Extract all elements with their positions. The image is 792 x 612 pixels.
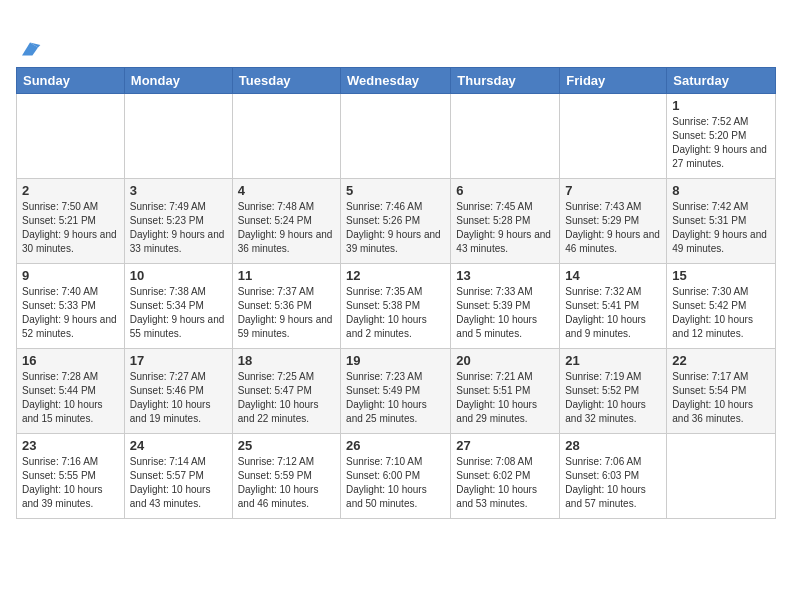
calendar-week-row: 23Sunrise: 7:16 AM Sunset: 5:55 PM Dayli… [17, 433, 776, 518]
calendar-cell: 24Sunrise: 7:14 AM Sunset: 5:57 PM Dayli… [124, 433, 232, 518]
day-number: 17 [130, 353, 227, 368]
day-info: Sunrise: 7:17 AM Sunset: 5:54 PM Dayligh… [672, 370, 770, 426]
day-number: 4 [238, 183, 335, 198]
day-info: Sunrise: 7:42 AM Sunset: 5:31 PM Dayligh… [672, 200, 770, 256]
day-info: Sunrise: 7:37 AM Sunset: 5:36 PM Dayligh… [238, 285, 335, 341]
calendar-cell: 28Sunrise: 7:06 AM Sunset: 6:03 PM Dayli… [560, 433, 667, 518]
calendar-cell: 14Sunrise: 7:32 AM Sunset: 5:41 PM Dayli… [560, 263, 667, 348]
day-info: Sunrise: 7:27 AM Sunset: 5:46 PM Dayligh… [130, 370, 227, 426]
calendar-cell: 12Sunrise: 7:35 AM Sunset: 5:38 PM Dayli… [341, 263, 451, 348]
day-info: Sunrise: 7:28 AM Sunset: 5:44 PM Dayligh… [22, 370, 119, 426]
weekday-header-wednesday: Wednesday [341, 67, 451, 93]
day-number: 5 [346, 183, 445, 198]
day-info: Sunrise: 7:30 AM Sunset: 5:42 PM Dayligh… [672, 285, 770, 341]
calendar-cell [560, 93, 667, 178]
calendar-cell: 27Sunrise: 7:08 AM Sunset: 6:02 PM Dayli… [451, 433, 560, 518]
day-number: 19 [346, 353, 445, 368]
calendar-table: SundayMondayTuesdayWednesdayThursdayFrid… [16, 67, 776, 519]
calendar-cell: 21Sunrise: 7:19 AM Sunset: 5:52 PM Dayli… [560, 348, 667, 433]
logo-text [16, 16, 44, 59]
day-number: 23 [22, 438, 119, 453]
day-number: 6 [456, 183, 554, 198]
weekday-header-sunday: Sunday [17, 67, 125, 93]
calendar-cell [451, 93, 560, 178]
calendar-cell: 13Sunrise: 7:33 AM Sunset: 5:39 PM Dayli… [451, 263, 560, 348]
day-number: 8 [672, 183, 770, 198]
calendar-cell: 2Sunrise: 7:50 AM Sunset: 5:21 PM Daylig… [17, 178, 125, 263]
day-info: Sunrise: 7:16 AM Sunset: 5:55 PM Dayligh… [22, 455, 119, 511]
calendar-cell: 1Sunrise: 7:52 AM Sunset: 5:20 PM Daylig… [667, 93, 776, 178]
calendar-cell: 17Sunrise: 7:27 AM Sunset: 5:46 PM Dayli… [124, 348, 232, 433]
day-number: 25 [238, 438, 335, 453]
day-info: Sunrise: 7:25 AM Sunset: 5:47 PM Dayligh… [238, 370, 335, 426]
calendar-week-row: 9Sunrise: 7:40 AM Sunset: 5:33 PM Daylig… [17, 263, 776, 348]
calendar-week-row: 1Sunrise: 7:52 AM Sunset: 5:20 PM Daylig… [17, 93, 776, 178]
calendar-cell [17, 93, 125, 178]
calendar-cell [667, 433, 776, 518]
calendar-cell: 19Sunrise: 7:23 AM Sunset: 5:49 PM Dayli… [341, 348, 451, 433]
day-number: 27 [456, 438, 554, 453]
calendar-cell: 10Sunrise: 7:38 AM Sunset: 5:34 PM Dayli… [124, 263, 232, 348]
day-info: Sunrise: 7:38 AM Sunset: 5:34 PM Dayligh… [130, 285, 227, 341]
calendar-cell: 23Sunrise: 7:16 AM Sunset: 5:55 PM Dayli… [17, 433, 125, 518]
day-info: Sunrise: 7:49 AM Sunset: 5:23 PM Dayligh… [130, 200, 227, 256]
logo [16, 16, 44, 59]
day-info: Sunrise: 7:48 AM Sunset: 5:24 PM Dayligh… [238, 200, 335, 256]
day-info: Sunrise: 7:43 AM Sunset: 5:29 PM Dayligh… [565, 200, 661, 256]
calendar-cell: 15Sunrise: 7:30 AM Sunset: 5:42 PM Dayli… [667, 263, 776, 348]
day-info: Sunrise: 7:46 AM Sunset: 5:26 PM Dayligh… [346, 200, 445, 256]
day-number: 7 [565, 183, 661, 198]
calendar-header-row: SundayMondayTuesdayWednesdayThursdayFrid… [17, 67, 776, 93]
calendar-cell: 3Sunrise: 7:49 AM Sunset: 5:23 PM Daylig… [124, 178, 232, 263]
day-number: 15 [672, 268, 770, 283]
day-info: Sunrise: 7:12 AM Sunset: 5:59 PM Dayligh… [238, 455, 335, 511]
day-number: 1 [672, 98, 770, 113]
day-number: 11 [238, 268, 335, 283]
day-info: Sunrise: 7:35 AM Sunset: 5:38 PM Dayligh… [346, 285, 445, 341]
day-number: 21 [565, 353, 661, 368]
day-info: Sunrise: 7:08 AM Sunset: 6:02 PM Dayligh… [456, 455, 554, 511]
weekday-header-friday: Friday [560, 67, 667, 93]
day-number: 12 [346, 268, 445, 283]
day-number: 16 [22, 353, 119, 368]
day-info: Sunrise: 7:06 AM Sunset: 6:03 PM Dayligh… [565, 455, 661, 511]
day-info: Sunrise: 7:19 AM Sunset: 5:52 PM Dayligh… [565, 370, 661, 426]
calendar-cell: 8Sunrise: 7:42 AM Sunset: 5:31 PM Daylig… [667, 178, 776, 263]
calendar-cell: 4Sunrise: 7:48 AM Sunset: 5:24 PM Daylig… [232, 178, 340, 263]
weekday-header-monday: Monday [124, 67, 232, 93]
calendar-cell: 26Sunrise: 7:10 AM Sunset: 6:00 PM Dayli… [341, 433, 451, 518]
day-number: 22 [672, 353, 770, 368]
weekday-header-tuesday: Tuesday [232, 67, 340, 93]
calendar-cell: 20Sunrise: 7:21 AM Sunset: 5:51 PM Dayli… [451, 348, 560, 433]
calendar-cell: 25Sunrise: 7:12 AM Sunset: 5:59 PM Dayli… [232, 433, 340, 518]
day-info: Sunrise: 7:40 AM Sunset: 5:33 PM Dayligh… [22, 285, 119, 341]
day-info: Sunrise: 7:10 AM Sunset: 6:00 PM Dayligh… [346, 455, 445, 511]
weekday-header-thursday: Thursday [451, 67, 560, 93]
day-number: 13 [456, 268, 554, 283]
calendar-cell: 5Sunrise: 7:46 AM Sunset: 5:26 PM Daylig… [341, 178, 451, 263]
day-number: 2 [22, 183, 119, 198]
day-info: Sunrise: 7:14 AM Sunset: 5:57 PM Dayligh… [130, 455, 227, 511]
calendar-cell: 11Sunrise: 7:37 AM Sunset: 5:36 PM Dayli… [232, 263, 340, 348]
day-info: Sunrise: 7:52 AM Sunset: 5:20 PM Dayligh… [672, 115, 770, 171]
calendar-cell [341, 93, 451, 178]
calendar-week-row: 16Sunrise: 7:28 AM Sunset: 5:44 PM Dayli… [17, 348, 776, 433]
day-info: Sunrise: 7:23 AM Sunset: 5:49 PM Dayligh… [346, 370, 445, 426]
logo-bird-icon [18, 39, 42, 59]
day-number: 20 [456, 353, 554, 368]
day-info: Sunrise: 7:21 AM Sunset: 5:51 PM Dayligh… [456, 370, 554, 426]
calendar-cell: 22Sunrise: 7:17 AM Sunset: 5:54 PM Dayli… [667, 348, 776, 433]
weekday-header-saturday: Saturday [667, 67, 776, 93]
day-number: 3 [130, 183, 227, 198]
day-number: 14 [565, 268, 661, 283]
day-number: 10 [130, 268, 227, 283]
page-header [16, 16, 776, 59]
day-number: 24 [130, 438, 227, 453]
day-number: 28 [565, 438, 661, 453]
day-number: 18 [238, 353, 335, 368]
day-number: 9 [22, 268, 119, 283]
calendar-cell: 18Sunrise: 7:25 AM Sunset: 5:47 PM Dayli… [232, 348, 340, 433]
calendar-cell: 16Sunrise: 7:28 AM Sunset: 5:44 PM Dayli… [17, 348, 125, 433]
day-info: Sunrise: 7:33 AM Sunset: 5:39 PM Dayligh… [456, 285, 554, 341]
calendar-cell: 6Sunrise: 7:45 AM Sunset: 5:28 PM Daylig… [451, 178, 560, 263]
